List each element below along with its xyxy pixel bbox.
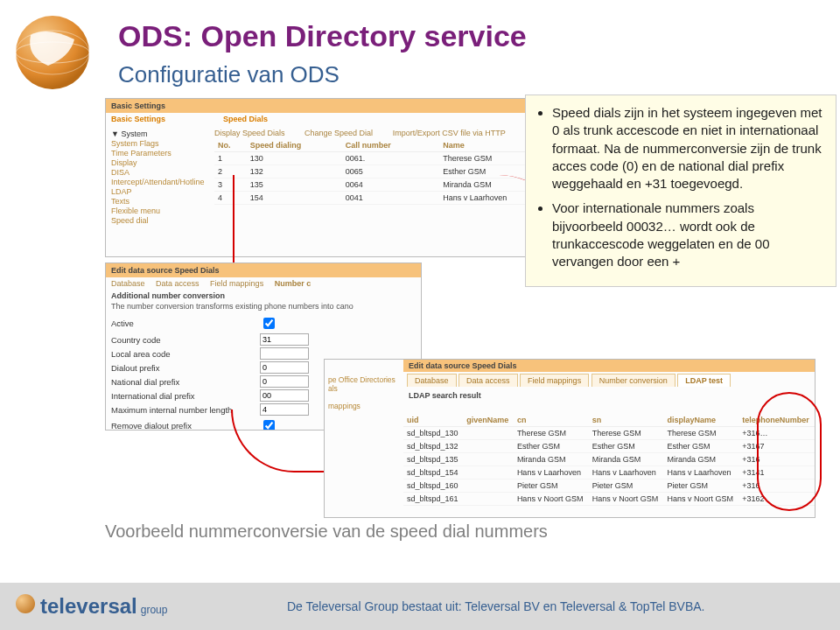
globe-icon [16, 594, 35, 613]
tab-database[interactable]: Database [407, 374, 457, 387]
tab-ldap-test[interactable]: LDAP test [677, 374, 731, 387]
footer-tagline: De Televersal Group bestaat uit: Telever… [167, 599, 824, 613]
basic-settings-left: Basic Settings [106, 113, 218, 125]
active-checkbox[interactable] [263, 318, 275, 329]
tab-number-conversion[interactable]: Number c [275, 279, 312, 288]
remove-dialout-prefix-checkbox[interactable] [263, 420, 275, 430]
table-row: sd_bltspd_154Hans v LaarhovenHans v Laar… [403, 466, 815, 480]
tab-display-speed-dials[interactable]: Display Speed Dials [214, 129, 285, 137]
edit-data-source-bar-small: Edit data source Speed Dials [403, 360, 815, 372]
table-row: sd_bltspd_130Therese GSMTherese GSMThere… [403, 427, 815, 440]
tab-number-conversion[interactable]: Number conversion [592, 374, 676, 387]
speed-dials-header: Speed Dials [218, 113, 273, 125]
additional-number-conversion-label: Additional number conversion [106, 290, 421, 302]
info-box: Speed dials zijn in het systeem ingegeve… [525, 94, 836, 287]
screenshot-ldap-result: Edit data source Speed Dials pe Office D… [324, 359, 816, 518]
ldap-search-result-label: LDAP search result [403, 388, 815, 402]
tab-import-export[interactable]: Import/Export CSV file via HTTP [393, 129, 506, 137]
local-area-code-field[interactable] [260, 347, 309, 360]
national-dial-prefix-field[interactable] [260, 375, 309, 388]
screenshot-speed-dials: Basic Settings Basic Settings Speed Dial… [105, 98, 562, 257]
settings-tree: ▼ System System Flags Time Parameters Di… [106, 125, 213, 229]
tab-database[interactable]: Database [111, 279, 145, 288]
tab-data-access[interactable]: Data access [156, 279, 200, 288]
table-row: 31350064Miranda GSM [214, 178, 556, 192]
edit-data-source-bar: Edit data source Speed Dials [106, 263, 421, 277]
basic-settings-bar: Basic Settings [106, 99, 561, 113]
table-row: 21320065Esther GSM [214, 165, 556, 178]
tab-data-access[interactable]: Data access [458, 374, 518, 387]
table-row: sd_bltspd_160Pieter GSMPieter GSMPieter … [403, 480, 815, 493]
speed-dial-table: No. Speed dialing Call number Name 11300… [214, 139, 556, 205]
table-row: sd_bltspd_132Esther GSMEsther GSMEsther … [403, 440, 815, 453]
ldap-result-table: uidgivenNamecn sndisplayNametelephoneNum… [403, 414, 815, 506]
conversion-description: The number conversion transforms existin… [106, 302, 421, 314]
info-bullet: Voor internationale nummers zoals bijvoo… [552, 200, 825, 270]
dialout-prefix-field[interactable] [260, 361, 309, 374]
table-row: 41540041Hans v Laarhoven [214, 192, 556, 205]
brand-logo: televersalgroup [16, 594, 167, 619]
tab-field-mappings[interactable]: Field mappings [520, 374, 589, 387]
table-row: 11300061.Therese GSM [214, 152, 556, 165]
globe-logo [9, 9, 96, 96]
tab-field-mappings[interactable]: Field mappings [210, 279, 263, 288]
tab-change-speed-dial[interactable]: Change Speed Dial [304, 129, 373, 137]
example-caption: Voorbeeld nummerconversie van de speed d… [105, 522, 548, 542]
table-row: sd_bltspd_135Miranda GSMMiranda GSMMiran… [403, 453, 815, 466]
info-bullet: Speed dials zijn in het systeem ingegeve… [552, 104, 825, 192]
international-dial-prefix-field[interactable] [260, 389, 309, 402]
page-title: ODS: Open Directory service [118, 19, 527, 53]
table-row: sd_bltspd_161Hans v Noort GSMHans v Noor… [403, 493, 815, 506]
country-code-field[interactable] [260, 333, 309, 346]
max-internal-number-length-field[interactable] [260, 403, 309, 416]
subtitle: Configuratie van ODS [118, 61, 340, 88]
footer: televersalgroup De Televersal Group best… [0, 583, 840, 630]
